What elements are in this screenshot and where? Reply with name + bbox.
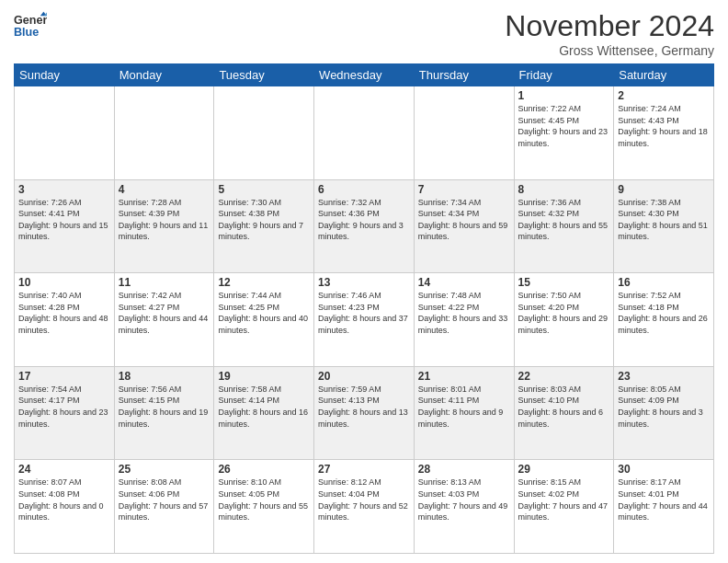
calendar-cell	[314, 86, 415, 180]
day-number: 7	[418, 183, 510, 196]
calendar-header-row: SundayMondayTuesdayWednesdayThursdayFrid…	[15, 64, 714, 86]
day-info: Sunrise: 7:52 AMSunset: 4:18 PMDaylight:…	[618, 290, 710, 336]
calendar-cell: 17Sunrise: 7:54 AMSunset: 4:17 PMDayligh…	[15, 366, 115, 460]
day-number: 21	[418, 370, 510, 383]
calendar-cell: 28Sunrise: 8:13 AMSunset: 4:03 PMDayligh…	[414, 460, 514, 554]
day-info: Sunrise: 7:58 AMSunset: 4:14 PMDaylight:…	[218, 384, 310, 430]
calendar-cell: 19Sunrise: 7:58 AMSunset: 4:14 PMDayligh…	[214, 366, 314, 460]
day-number: 8	[518, 183, 610, 196]
calendar-cell: 11Sunrise: 7:42 AMSunset: 4:27 PMDayligh…	[114, 273, 214, 367]
day-number: 25	[119, 463, 210, 476]
calendar-week-row: 24Sunrise: 8:07 AMSunset: 4:08 PMDayligh…	[15, 460, 714, 554]
day-info: Sunrise: 8:03 AMSunset: 4:10 PMDaylight:…	[518, 384, 610, 430]
calendar-cell: 24Sunrise: 8:07 AMSunset: 4:08 PMDayligh…	[15, 460, 115, 554]
day-number: 28	[418, 463, 510, 476]
logo-icon: General Blue	[14, 9, 47, 42]
page-header: General Blue November 2024 Gross Wittens…	[14, 9, 714, 58]
calendar-cell: 26Sunrise: 8:10 AMSunset: 4:05 PMDayligh…	[214, 460, 314, 554]
calendar-cell: 27Sunrise: 8:12 AMSunset: 4:04 PMDayligh…	[314, 460, 415, 554]
calendar-cell: 15Sunrise: 7:50 AMSunset: 4:20 PMDayligh…	[514, 273, 614, 367]
calendar-week-row: 17Sunrise: 7:54 AMSunset: 4:17 PMDayligh…	[15, 366, 714, 460]
calendar-cell: 14Sunrise: 7:48 AMSunset: 4:22 PMDayligh…	[414, 273, 514, 367]
calendar-cell: 7Sunrise: 7:34 AMSunset: 4:34 PMDaylight…	[414, 179, 514, 273]
weekday-header-tuesday: Tuesday	[214, 64, 314, 86]
day-number: 30	[618, 463, 710, 476]
calendar-cell	[15, 86, 115, 180]
day-number: 27	[318, 463, 410, 476]
calendar-cell: 1Sunrise: 7:22 AMSunset: 4:45 PMDaylight…	[514, 86, 614, 180]
weekday-header-sunday: Sunday	[15, 64, 115, 86]
day-info: Sunrise: 7:56 AMSunset: 4:15 PMDaylight:…	[119, 384, 210, 430]
calendar-cell: 2Sunrise: 7:24 AMSunset: 4:43 PMDaylight…	[614, 86, 714, 180]
day-info: Sunrise: 7:26 AMSunset: 4:41 PMDaylight:…	[18, 197, 110, 243]
day-number: 14	[418, 276, 510, 289]
day-number: 26	[218, 463, 310, 476]
day-info: Sunrise: 8:07 AMSunset: 4:08 PMDaylight:…	[18, 477, 110, 523]
calendar-cell: 12Sunrise: 7:44 AMSunset: 4:25 PMDayligh…	[214, 273, 314, 367]
day-number: 22	[518, 370, 610, 383]
day-number: 6	[318, 183, 410, 196]
day-info: Sunrise: 7:38 AMSunset: 4:30 PMDaylight:…	[618, 197, 710, 243]
calendar-cell: 5Sunrise: 7:30 AMSunset: 4:38 PMDaylight…	[214, 179, 314, 273]
day-number: 9	[618, 183, 710, 196]
day-info: Sunrise: 7:54 AMSunset: 4:17 PMDaylight:…	[18, 384, 110, 430]
calendar-cell: 30Sunrise: 8:17 AMSunset: 4:01 PMDayligh…	[614, 460, 714, 554]
day-info: Sunrise: 7:32 AMSunset: 4:36 PMDaylight:…	[318, 197, 410, 243]
calendar-cell: 10Sunrise: 7:40 AMSunset: 4:28 PMDayligh…	[15, 273, 115, 367]
calendar-cell: 13Sunrise: 7:46 AMSunset: 4:23 PMDayligh…	[314, 273, 415, 367]
calendar-cell: 21Sunrise: 8:01 AMSunset: 4:11 PMDayligh…	[414, 366, 514, 460]
calendar-week-row: 3Sunrise: 7:26 AMSunset: 4:41 PMDaylight…	[15, 179, 714, 273]
calendar-cell: 4Sunrise: 7:28 AMSunset: 4:39 PMDaylight…	[114, 179, 214, 273]
calendar-cell: 23Sunrise: 8:05 AMSunset: 4:09 PMDayligh…	[614, 366, 714, 460]
title-block: November 2024 Gross Wittensee, Germany	[505, 9, 714, 58]
day-number: 20	[318, 370, 410, 383]
calendar-cell: 3Sunrise: 7:26 AMSunset: 4:41 PMDaylight…	[15, 179, 115, 273]
day-number: 19	[218, 370, 310, 383]
day-number: 2	[618, 89, 710, 102]
day-number: 18	[119, 370, 210, 383]
day-number: 29	[518, 463, 610, 476]
weekday-header-monday: Monday	[114, 64, 214, 86]
day-number: 17	[18, 370, 110, 383]
day-info: Sunrise: 8:05 AMSunset: 4:09 PMDaylight:…	[618, 384, 710, 430]
day-info: Sunrise: 7:28 AMSunset: 4:39 PMDaylight:…	[119, 197, 210, 243]
calendar-week-row: 10Sunrise: 7:40 AMSunset: 4:28 PMDayligh…	[15, 273, 714, 367]
month-title: November 2024	[505, 9, 714, 43]
calendar-cell: 22Sunrise: 8:03 AMSunset: 4:10 PMDayligh…	[514, 366, 614, 460]
day-number: 3	[18, 183, 110, 196]
day-number: 10	[18, 276, 110, 289]
day-number: 15	[518, 276, 610, 289]
day-number: 24	[18, 463, 110, 476]
weekday-header-thursday: Thursday	[414, 64, 514, 86]
day-info: Sunrise: 7:34 AMSunset: 4:34 PMDaylight:…	[418, 197, 510, 243]
calendar-cell	[114, 86, 214, 180]
day-number: 23	[618, 370, 710, 383]
day-info: Sunrise: 7:46 AMSunset: 4:23 PMDaylight:…	[318, 290, 410, 336]
calendar-cell	[414, 86, 514, 180]
calendar-cell: 16Sunrise: 7:52 AMSunset: 4:18 PMDayligh…	[614, 273, 714, 367]
calendar-cell: 20Sunrise: 7:59 AMSunset: 4:13 PMDayligh…	[314, 366, 415, 460]
day-info: Sunrise: 7:42 AMSunset: 4:27 PMDaylight:…	[119, 290, 210, 336]
calendar-table: SundayMondayTuesdayWednesdayThursdayFrid…	[14, 63, 714, 554]
day-info: Sunrise: 8:01 AMSunset: 4:11 PMDaylight:…	[418, 384, 510, 430]
day-number: 16	[618, 276, 710, 289]
day-number: 5	[218, 183, 310, 196]
day-info: Sunrise: 8:15 AMSunset: 4:02 PMDaylight:…	[518, 477, 610, 523]
day-info: Sunrise: 8:08 AMSunset: 4:06 PMDaylight:…	[119, 477, 210, 523]
day-number: 1	[518, 89, 610, 102]
calendar-cell	[214, 86, 314, 180]
calendar-week-row: 1Sunrise: 7:22 AMSunset: 4:45 PMDaylight…	[15, 86, 714, 180]
day-info: Sunrise: 7:22 AMSunset: 4:45 PMDaylight:…	[518, 103, 610, 149]
day-number: 13	[318, 276, 410, 289]
calendar-cell: 6Sunrise: 7:32 AMSunset: 4:36 PMDaylight…	[314, 179, 415, 273]
calendar-cell: 9Sunrise: 7:38 AMSunset: 4:30 PMDaylight…	[614, 179, 714, 273]
day-number: 4	[119, 183, 210, 196]
day-info: Sunrise: 7:44 AMSunset: 4:25 PMDaylight:…	[218, 290, 310, 336]
weekday-header-wednesday: Wednesday	[314, 64, 415, 86]
calendar-cell: 8Sunrise: 7:36 AMSunset: 4:32 PMDaylight…	[514, 179, 614, 273]
day-info: Sunrise: 8:12 AMSunset: 4:04 PMDaylight:…	[318, 477, 410, 523]
svg-text:Blue: Blue	[14, 26, 39, 39]
location: Gross Wittensee, Germany	[505, 43, 714, 58]
day-info: Sunrise: 7:50 AMSunset: 4:20 PMDaylight:…	[518, 290, 610, 336]
day-info: Sunrise: 7:30 AMSunset: 4:38 PMDaylight:…	[218, 197, 310, 243]
